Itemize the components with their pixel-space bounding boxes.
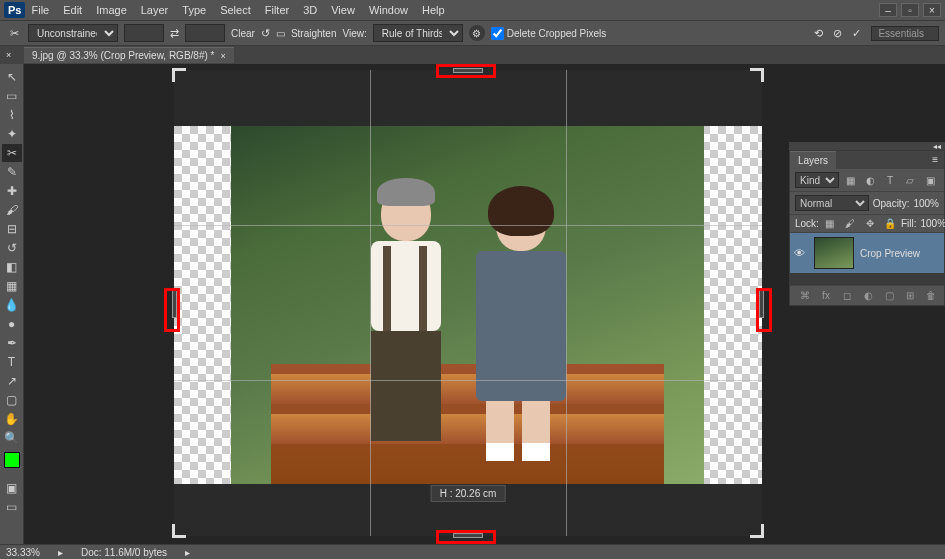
layer-name[interactable]: Crop Preview [860,248,920,259]
panel-menu-icon[interactable]: ≡ [926,151,944,168]
swap-dims-icon[interactable]: ⇄ [170,27,179,40]
reset-crop-icon[interactable]: ⟲ [814,27,823,40]
menu-type[interactable]: Type [182,4,206,16]
layer-thumbnail[interactable] [814,237,854,269]
straighten-icon[interactable]: ▭ [276,28,285,39]
menu-filter[interactable]: Filter [265,4,289,16]
straighten-button[interactable]: Straighten [291,28,337,39]
delete-cropped-checkbox[interactable] [491,27,504,40]
status-expand-icon[interactable]: ▸ [58,547,63,558]
brush-tool[interactable]: 🖌 [2,201,22,219]
filter-pixel-icon[interactable]: ▦ [843,175,857,186]
menu-3d[interactable]: 3D [303,4,317,16]
panel-collapse-bar[interactable]: ◂◂ [789,142,945,150]
status-more-icon[interactable]: ▸ [185,547,190,558]
type-tool[interactable]: T [2,353,22,371]
lock-all-icon[interactable]: 🔒 [883,218,897,229]
wand-tool[interactable]: ✦ [2,125,22,143]
screenmode-toggle[interactable]: ▭ [2,498,22,516]
menu-image[interactable]: Image [96,4,127,16]
marquee-tool[interactable]: ▭ [2,87,22,105]
color-swatch[interactable] [4,452,20,468]
crop-bounds[interactable]: H : 20.26 cm [174,70,762,536]
blend-mode-select[interactable]: Normal [795,195,869,211]
crop-tool[interactable]: ✂ [2,144,22,162]
minimize-button[interactable]: – [879,3,897,17]
crop-corner-tl[interactable] [172,68,186,82]
crop-corner-tr[interactable] [750,68,764,82]
quickmask-toggle[interactable]: ▣ [2,479,22,497]
fill-value[interactable]: 100% [920,218,945,229]
crop-handle-right[interactable] [759,288,764,318]
clear-button[interactable]: Clear [231,28,255,39]
heal-tool[interactable]: ✚ [2,182,22,200]
opacity-value[interactable]: 100% [913,198,939,209]
menu-window[interactable]: Window [369,4,408,16]
path-tool[interactable]: ↗ [2,372,22,390]
menu-file[interactable]: File [31,4,49,16]
adjustment-layer-icon[interactable]: ◐ [861,290,875,301]
delete-cropped-check[interactable]: Delete Cropped Pixels [491,27,607,40]
crop-width-input[interactable] [124,24,164,42]
layer-fx-icon[interactable]: fx [819,290,833,301]
workspace-select[interactable]: Essentials [871,26,939,41]
crop-corner-bl[interactable] [172,524,186,538]
grid-line [174,225,762,226]
layer-mask-icon[interactable]: ◻ [840,290,854,301]
hand-tool[interactable]: ✋ [2,410,22,428]
move-tool[interactable]: ↖ [2,68,22,86]
gradient-tool[interactable]: ▦ [2,277,22,295]
pen-tool[interactable]: ✒ [2,334,22,352]
zoom-tool[interactable]: 🔍 [2,429,22,447]
crop-handle-top[interactable] [453,68,483,73]
filter-smart-icon[interactable]: ▣ [923,175,937,186]
menu-layer[interactable]: Layer [141,4,169,16]
lock-pixels-icon[interactable]: 🖌 [843,218,857,229]
document-tab[interactable]: 9.jpg @ 33.3% (Crop Preview, RGB/8#) * × [24,47,234,63]
visibility-icon[interactable]: 👁 [794,247,808,259]
filter-adjust-icon[interactable]: ◐ [863,175,877,186]
new-layer-icon[interactable]: ⊞ [903,290,917,301]
layers-tab[interactable]: Layers [790,151,836,169]
layer-filter-kind[interactable]: Kind [795,172,839,188]
overlay-settings-icon[interactable]: ⚙ [469,25,485,41]
crop-height-input[interactable] [185,24,225,42]
delete-layer-icon[interactable]: 🗑 [924,290,938,301]
blur-tool[interactable]: 💧 [2,296,22,314]
menu-help[interactable]: Help [422,4,445,16]
menu-select[interactable]: Select [220,4,251,16]
menu-view[interactable]: View [331,4,355,16]
reset-icon[interactable]: ↺ [261,27,270,40]
close-tab-icon[interactable]: × [220,51,225,61]
group-icon[interactable]: ▢ [882,290,896,301]
maximize-button[interactable]: ▫ [901,3,919,17]
crop-handle-bottom[interactable] [453,533,483,538]
eraser-tool[interactable]: ◧ [2,258,22,276]
document-tab-label: 9.jpg @ 33.3% (Crop Preview, RGB/8#) * [32,50,214,61]
ratio-mode-select[interactable]: Unconstrained [28,24,118,42]
layer-row[interactable]: 👁 Crop Preview [790,233,944,273]
crop-corner-br[interactable] [750,524,764,538]
cancel-crop-icon[interactable]: ⊘ [833,27,842,40]
history-brush-tool[interactable]: ↺ [2,239,22,257]
close-button[interactable]: × [923,3,941,17]
fill-label: Fill: [901,218,917,229]
overlay-select[interactable]: Rule of Thirds [373,24,463,42]
tab-close-left-icon[interactable]: × [6,50,11,60]
lock-pos-icon[interactable]: ✥ [863,218,877,229]
stamp-tool[interactable]: ⊟ [2,220,22,238]
filter-type-icon[interactable]: T [883,175,897,186]
eyedropper-tool[interactable]: ✎ [2,163,22,181]
zoom-level[interactable]: 33.33% [6,547,40,558]
filter-shape-icon[interactable]: ▱ [903,175,917,186]
crop-tool-icon[interactable]: ✂ [6,25,22,41]
shape-tool[interactable]: ▢ [2,391,22,409]
link-layers-icon[interactable]: ⌘ [798,290,812,301]
crop-handle-left[interactable] [172,288,177,318]
menu-edit[interactable]: Edit [63,4,82,16]
commit-crop-icon[interactable]: ✓ [852,27,861,40]
lasso-tool[interactable]: ⌇ [2,106,22,124]
doc-size[interactable]: Doc: 11.6M/0 bytes [81,547,167,558]
dodge-tool[interactable]: ● [2,315,22,333]
lock-trans-icon[interactable]: ▦ [823,218,837,229]
